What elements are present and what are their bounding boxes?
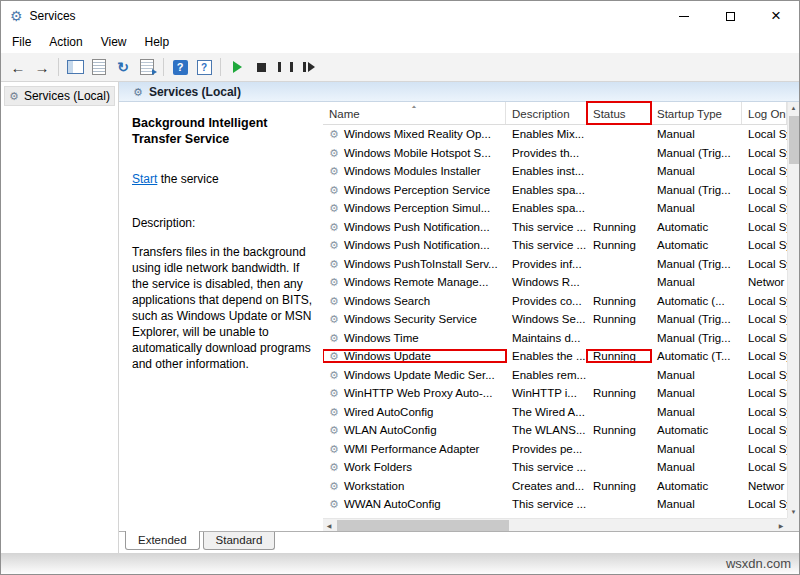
service-logon-cell: Local Sy [742, 295, 787, 307]
column-header-label: Log On [748, 108, 786, 120]
service-status-cell: Running [587, 239, 651, 251]
service-gear-icon [329, 424, 339, 436]
help-icon[interactable] [168, 56, 192, 79]
service-description-cell: Provides inf... [506, 258, 587, 270]
service-name-label: Windows PushToInstall Serv... [344, 258, 498, 270]
column-header-status[interactable]: Status [587, 102, 651, 124]
scroll-left-icon[interactable]: ◀ [323, 519, 335, 531]
service-name-cell: WWAN AutoConfig [323, 498, 506, 510]
service-logon-cell: Local Sy [742, 147, 787, 159]
service-startup-cell: Automatic (... [651, 295, 742, 307]
vertical-scrollbar[interactable]: ▲ ▼ [787, 102, 799, 518]
tab-standard[interactable]: Standard [203, 532, 276, 550]
table-row[interactable]: Windows PushToInstall Serv...Provides in… [323, 255, 787, 274]
service-name-cell: Windows Perception Simul... [323, 202, 506, 214]
table-row[interactable]: Windows Push Notification...This service… [323, 218, 787, 237]
window-controls [661, 1, 799, 31]
table-row[interactable]: Windows Remote Manage...Windows R...Manu… [323, 273, 787, 292]
service-gear-icon [329, 128, 339, 140]
service-startup-cell: Manual [651, 128, 742, 140]
service-description-pane: Background Intelligent Transfer Service … [119, 102, 323, 531]
table-row[interactable]: Windows Update Medic Ser...Enables rem..… [323, 366, 787, 385]
properties-list-icon[interactable] [87, 56, 111, 79]
service-gear-icon [329, 165, 339, 177]
service-status-cell: Running [587, 313, 651, 325]
pause-service-icon[interactable] [273, 56, 297, 79]
service-startup-cell: Automatic [651, 239, 742, 251]
back-icon[interactable] [6, 56, 30, 79]
table-row[interactable]: Windows Push Notification...This service… [323, 236, 787, 255]
services-window: Services File Action View Help [0, 0, 800, 575]
service-logon-cell: Local Sy [742, 313, 787, 325]
service-name-label: Windows Modules Installer [344, 165, 481, 177]
service-startup-cell: Manual [651, 461, 742, 473]
refresh-icon[interactable] [111, 56, 135, 79]
column-header-label: Description [512, 108, 570, 120]
column-header-name[interactable]: ▲Name [323, 102, 506, 124]
sort-ascending-icon: ▲ [411, 104, 418, 108]
table-row[interactable]: WinHTTP Web Proxy Auto-...WinHTTP i...Ru… [323, 384, 787, 403]
table-row[interactable]: Windows UpdateEnables the ...RunningAuto… [323, 347, 787, 366]
service-action-line: Start the service [132, 172, 313, 186]
table-row[interactable]: Windows Modules InstallerEnables inst...… [323, 162, 787, 181]
restart-service-icon[interactable] [297, 56, 321, 79]
show-console-tree-icon[interactable] [63, 56, 87, 79]
stop-service-icon[interactable] [249, 56, 273, 79]
menu-file[interactable]: File [3, 32, 40, 52]
service-name-cell: Windows Search [323, 295, 506, 307]
tree-item-services-local[interactable]: Services (Local) [4, 86, 115, 106]
column-header-label: Name [329, 108, 360, 120]
minimize-button[interactable] [661, 1, 707, 31]
table-row[interactable]: Windows Perception ServiceEnables spa...… [323, 181, 787, 200]
service-logon-cell: Local Sy [742, 498, 787, 510]
menu-help[interactable]: Help [136, 32, 179, 52]
service-description-cell: Maintains d... [506, 332, 587, 344]
table-row[interactable]: Windows Mobile Hotspot S...Provides th..… [323, 144, 787, 163]
menu-view[interactable]: View [92, 32, 136, 52]
service-description-cell: This service ... [506, 239, 587, 251]
table-row[interactable]: WMI Performance AdapterProvides pe...Man… [323, 440, 787, 459]
service-gear-icon [329, 369, 339, 381]
service-gear-icon [329, 184, 339, 196]
maximize-button[interactable] [707, 1, 753, 31]
close-button[interactable] [753, 1, 799, 31]
scroll-right-icon[interactable]: ▶ [775, 519, 787, 531]
table-row[interactable]: Work FoldersThis service ...ManualLocal … [323, 458, 787, 477]
vertical-scrollbar-thumb[interactable] [789, 116, 799, 164]
menu-action[interactable]: Action [40, 32, 91, 52]
start-service-icon[interactable] [225, 56, 249, 79]
horizontal-scrollbar-thumb[interactable] [337, 520, 509, 531]
horizontal-scrollbar[interactable]: ◀ ▶ [323, 518, 787, 531]
tab-extended[interactable]: Extended [125, 531, 200, 550]
table-row[interactable]: Windows SearchProvides co...RunningAutom… [323, 292, 787, 311]
service-gear-icon [329, 276, 339, 288]
table-row[interactable]: Wired AutoConfigThe Wired A...ManualLoca… [323, 403, 787, 422]
selected-service-title: Background Intelligent Transfer Service [132, 115, 310, 148]
service-startup-cell: Manual (Trig... [651, 332, 742, 344]
service-gear-icon [329, 480, 339, 492]
forward-icon[interactable] [30, 56, 54, 79]
scroll-down-icon[interactable]: ▼ [788, 506, 799, 518]
service-status-cell: Running [587, 295, 651, 307]
table-row[interactable]: WLAN AutoConfigThe WLANS...RunningAutoma… [323, 421, 787, 440]
service-gear-icon [329, 350, 339, 362]
table-row[interactable]: Windows Mixed Reality Op...Enables Mix..… [323, 125, 787, 144]
context-help-icon[interactable] [192, 56, 216, 79]
table-row[interactable]: Windows Security ServiceWindows Se...Run… [323, 310, 787, 329]
column-header-log-on[interactable]: Log On [742, 102, 787, 124]
column-header-startup-type[interactable]: Startup Type [651, 102, 742, 124]
table-row[interactable]: WWAN AutoConfigThis service ...ManualLoc… [323, 495, 787, 514]
start-service-link[interactable]: Start [132, 172, 157, 186]
column-header-description[interactable]: Description [506, 102, 587, 124]
service-name-cell: Windows Security Service [323, 313, 506, 325]
table-row[interactable]: Windows TimeMaintains d...Manual (Trig..… [323, 329, 787, 348]
service-name-label: Windows Mixed Reality Op... [344, 128, 491, 140]
service-name-label: Windows Security Service [344, 313, 477, 325]
export-list-icon[interactable] [135, 56, 159, 79]
pane-content: Background Intelligent Transfer Service … [119, 102, 799, 531]
table-row[interactable]: Windows Perception Simul...Enables spa..… [323, 199, 787, 218]
bottom-strip: wsxdn.com [1, 553, 799, 574]
scroll-up-icon[interactable]: ▲ [788, 102, 799, 114]
table-row[interactable]: WorkstationCreates and...RunningAutomati… [323, 477, 787, 496]
service-logon-cell: Local Sy [742, 369, 787, 381]
